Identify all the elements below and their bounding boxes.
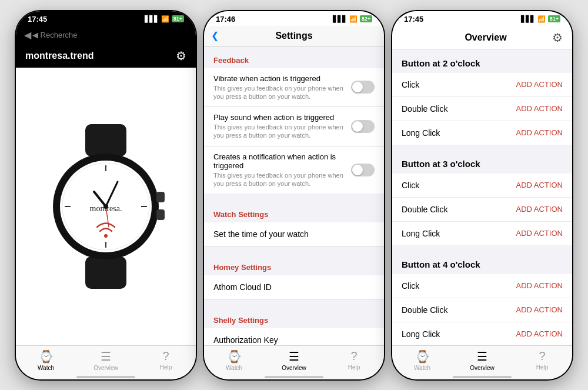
watch-tab-label-1: Watch [38,365,54,371]
gear-btn-3[interactable]: ⚙ [552,31,563,45]
settings-sound: Play sound when action is triggered This… [204,107,384,146]
athom-cloud-row[interactable]: Athom Cloud ID [204,275,384,299]
notif-toggle[interactable] [351,164,375,176]
help-tab-label-1: Help [160,364,172,371]
watch-settings-header: Watch Settings [204,201,384,222]
button-group-4oclock: Click ADD ACTION Double Click ADD ACTION… [392,274,572,345]
status-bar-3: 17:45 ▋▋▋ 📶 81+ [392,11,572,26]
action-row-2-lclick: Long Click ADD ACTION [392,121,572,145]
action-label-3-lclick: Long Click [402,229,440,238]
status-icons-2: ▋▋▋ 📶 82+ [333,15,372,23]
sound-desc: This gives you feedback on your phone wh… [213,123,345,140]
action-row-4-dclick: Double Click ADD ACTION [392,298,572,322]
feedback-section-header: Feedback [204,46,384,68]
signal-icon-1: ▋▋▋ [145,15,159,23]
home-indicator-2 [204,376,384,379]
svg-point-15 [103,204,108,209]
homey-settings-header: Homey Settings [204,254,384,275]
add-action-btn-3-click[interactable]: ADD ACTION [516,181,563,189]
action-label-2-click: Click [402,80,419,89]
overview-tab-label-2: Overview [282,365,306,371]
tab-watch-1[interactable]: ⌚ Watch [16,349,76,371]
settings-back-btn[interactable]: ❮ [211,30,219,41]
svg-rect-3 [156,192,165,202]
overview-header: Overview ⚙ [392,26,572,50]
action-row-4-click: Click ADD ACTION [392,274,572,298]
add-action-btn-2-lclick[interactable]: ADD ACTION [516,128,563,137]
settings-notification: Creates a notification when action is tr… [204,146,384,194]
status-bar-1: 17:45 ▋▋▋ 📶 81+ [16,11,196,26]
phone-overview: 17:45 ▋▋▋ 📶 81+ Overview ⚙ Button at 2 o… [391,10,573,381]
svg-point-16 [104,234,108,238]
set-time-row[interactable]: Set the time of your watch [204,222,384,246]
phone-watch: 17:45 ▋▋▋ 📶 81+ ◀ ◀ Recherche montresa.t… [15,10,197,381]
tab-help-2[interactable]: ? Help [324,349,384,371]
phones-container: 17:45 ▋▋▋ 📶 81+ ◀ ◀ Recherche montresa.t… [15,10,573,381]
wifi-icon-2: 📶 [349,15,358,23]
home-indicator-3 [392,376,572,379]
add-action-btn-4-dclick[interactable]: ADD ACTION [516,305,563,314]
overview-tab-icon-3: ☰ [477,349,487,364]
status-icons-1: ▋▋▋ 📶 81+ [145,15,184,23]
add-action-btn-2-click[interactable]: ADD ACTION [516,80,563,89]
battery-2: 82+ [360,15,372,22]
action-row-2-click: Click ADD ACTION [392,73,572,97]
help-tab-icon-3: ? [539,349,545,363]
shelly-settings-header: Shelly Settings [204,306,384,328]
overview-title: Overview [465,32,506,43]
section-title-2oclock: Button at 2 o'clock [392,50,572,73]
tab-overview-2[interactable]: ☰ Overview [264,349,324,371]
settings-title: Settings [275,31,312,41]
vibrate-desc: This gives you feedback on your phone wh… [213,84,345,101]
add-action-btn-3-dclick[interactable]: ADD ACTION [516,205,563,214]
button-group-2oclock: Click ADD ACTION Double Click ADD ACTION… [392,73,572,145]
battery-3: 81+ [548,15,560,22]
watch-tab-icon-1: ⌚ [39,349,54,364]
button-group-3oclock: Click ADD ACTION Double Click ADD ACTION… [392,174,572,245]
tab-watch-3[interactable]: ⌚ Watch [392,349,452,371]
add-action-btn-4-click[interactable]: ADD ACTION [516,281,563,290]
auth-key-row[interactable]: Authorization Key [204,328,384,345]
status-icons-3: ▋▋▋ 📶 81+ [521,15,560,23]
add-action-btn-2-dclick[interactable]: ADD ACTION [516,104,563,113]
help-tab-icon-2: ? [350,349,357,363]
sound-title: Play sound when action is triggered [213,113,345,122]
tab-help-3[interactable]: ? Help [512,349,572,371]
app-title-1: montresa.trend [25,51,93,61]
action-label-3-click: Click [402,181,419,190]
overview-screen[interactable]: Button at 2 o'clock Click ADD ACTION Dou… [392,50,572,345]
wifi-icon-3: 📶 [537,15,546,23]
tab-overview-3[interactable]: ☰ Overview [452,349,512,371]
notif-desc: This gives you feedback on your phone wh… [213,171,345,188]
tab-watch-2[interactable]: ⌚ Watch [204,349,264,371]
settings-screen[interactable]: Feedback Vibrate when action is triggere… [204,46,384,345]
settings-nav: ❮ Settings [204,26,384,46]
add-action-btn-4-lclick[interactable]: ADD ACTION [516,329,563,338]
action-row-2-dclick: Double Click ADD ACTION [392,97,572,121]
sound-toggle[interactable] [351,120,375,133]
tab-help-1[interactable]: ? Help [136,349,196,371]
vibrate-toggle[interactable] [351,81,375,94]
help-tab-label-3: Help [536,364,549,371]
action-label-3-dclick: Double Click [402,205,448,214]
settings-vibrate: Vibrate when action is triggered This gi… [204,68,384,108]
tab-bar-1: ⌚ Watch ☰ Overview ? Help [16,345,196,376]
action-row-4-lclick: Long Click ADD ACTION [392,322,572,345]
signal-icon-3: ▋▋▋ [521,15,535,23]
section-title-3oclock: Button at 3 o'clock [392,151,572,174]
battery-1: 81+ [172,15,184,22]
gear-btn-1[interactable]: ⚙ [176,49,186,63]
add-action-btn-3-lclick[interactable]: ADD ACTION [516,229,563,238]
section-title-4oclock: Button at 4 o'clock [392,251,572,274]
watch-tab-icon-3: ⌚ [415,349,430,364]
back-label-1: ◀ Recherche [32,31,77,39]
watch-face-svg: montresa. [41,124,171,289]
overview-tab-icon-2: ☰ [289,349,299,364]
nav-bar-1: ◀ ◀ Recherche [16,26,196,44]
help-tab-icon-1: ? [162,349,169,363]
svg-rect-1 [85,256,126,289]
status-time-2: 17:46 [216,15,235,24]
action-row-3-dclick: Double Click ADD ACTION [392,198,572,222]
tab-overview-1[interactable]: ☰ Overview [76,349,136,371]
back-btn-1[interactable]: ◀ ◀ Recherche [24,29,77,41]
